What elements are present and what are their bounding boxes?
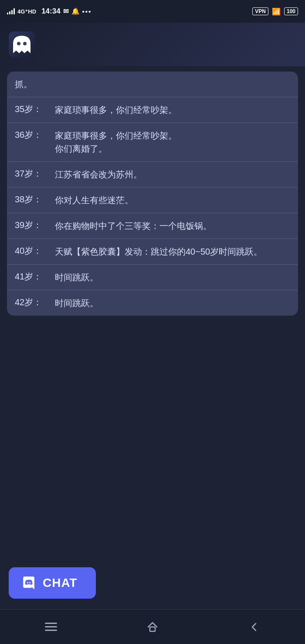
age-content-42: 时间跳跃。 [55, 296, 290, 310]
more-icon: ••• [82, 8, 92, 15]
status-bar: 4G⁺HD 14:34 ✉ 🔔 ••• VPN 📶 100 [0, 0, 305, 23]
chat-area: 抓。 35岁： 家庭琐事很多，你们经常吵架。 36岁： 家庭琐事很多，你们经常吵… [0, 66, 305, 560]
age-row-partial: 抓。 [7, 72, 298, 97]
home-icon [146, 621, 159, 633]
chat-label: CHAT [43, 576, 78, 590]
chat-button[interactable]: CHAT [9, 567, 96, 599]
network-type: 4G⁺HD [17, 8, 36, 15]
age-label-35: 35岁： [15, 103, 50, 116]
age-row-38: 38岁： 你对人生有些迷茫。 [7, 187, 298, 213]
status-right: VPN 📶 100 [252, 7, 298, 16]
svg-point-1 [23, 42, 27, 45]
age-label-38: 38岁： [15, 194, 50, 207]
message-bubble: 抓。 35岁： 家庭琐事很多，你们经常吵架。 36岁： 家庭琐事很多，你们经常吵… [7, 72, 298, 316]
age-content-36: 家庭琐事很多，你们经常吵架。 你们离婚了。 [55, 129, 290, 155]
age-content-37: 江苏省省会改为苏州。 [55, 168, 290, 181]
ghost-logo-icon [9, 31, 35, 58]
nav-bar [0, 609, 305, 644]
age-row-35: 35岁： 家庭琐事很多，你们经常吵架。 [7, 97, 298, 123]
svg-point-0 [17, 42, 20, 45]
age-row-36: 36岁： 家庭琐事很多，你们经常吵架。 你们离婚了。 [7, 123, 298, 162]
age-content-41: 时间跳跃。 [55, 271, 290, 284]
age-label-37: 37岁： [15, 168, 50, 181]
svg-rect-2 [150, 627, 155, 631]
battery-badge: 100 [284, 7, 298, 15]
signal-icon [7, 8, 15, 14]
chat-button-area: CHAT [0, 560, 305, 609]
back-button[interactable] [244, 617, 264, 637]
mail-icon: ✉ [63, 7, 69, 15]
app-header [0, 23, 305, 66]
age-content-0: 抓。 [15, 78, 290, 91]
age-label-42: 42岁： [15, 296, 50, 310]
age-content-39: 你在购物时中了个三等奖：一个电饭锅。 [55, 219, 290, 232]
age-label-40: 40岁： [15, 245, 50, 258]
age-label-39: 39岁： [15, 219, 50, 232]
app-logo [9, 31, 35, 58]
wifi-icon: 📶 [272, 7, 281, 16]
notification-icon: 🔔 [71, 7, 80, 15]
age-row-37: 37岁： 江苏省省会改为苏州。 [7, 162, 298, 187]
vpn-badge: VPN [252, 7, 268, 15]
time-display: 14:34 [41, 7, 60, 16]
age-content-38: 你对人生有些迷茫。 [55, 194, 290, 207]
back-icon [248, 621, 260, 633]
age-row-42: 42岁： 时间跳跃。 [7, 290, 298, 316]
hamburger-icon [45, 623, 57, 631]
age-row-41: 41岁： 时间跳跃。 [7, 265, 298, 290]
status-left: 4G⁺HD 14:34 ✉ 🔔 ••• [7, 7, 92, 16]
age-label-36: 36岁： [15, 129, 50, 155]
age-row-40: 40岁： 天赋【紫色胶囊】发动：跳过你的40~50岁时间跳跃。 [7, 239, 298, 265]
age-content-35: 家庭琐事很多，你们经常吵架。 [55, 103, 290, 116]
age-row-39: 39岁： 你在购物时中了个三等奖：一个电饭锅。 [7, 213, 298, 239]
discord-icon [21, 575, 37, 591]
age-label-41: 41岁： [15, 271, 50, 284]
home-button[interactable] [142, 617, 163, 637]
menu-button[interactable] [41, 617, 61, 637]
age-content-40: 天赋【紫色胶囊】发动：跳过你的40~50岁时间跳跃。 [55, 245, 290, 258]
